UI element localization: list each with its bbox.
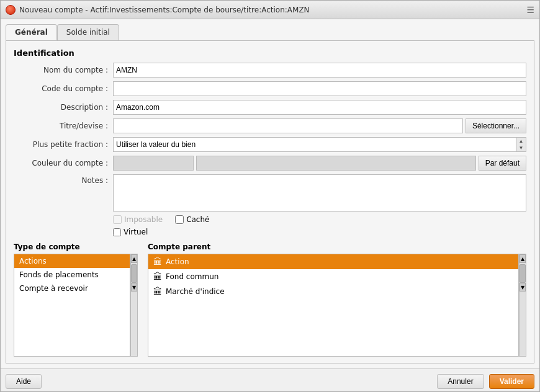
description-row: Description : bbox=[14, 100, 526, 115]
code-input[interactable] bbox=[113, 81, 526, 96]
bank-icon-marche: 🏛 bbox=[153, 287, 162, 296]
notes-row: Notes : bbox=[14, 174, 526, 212]
type-scrollbar-thumb[interactable] bbox=[131, 264, 137, 283]
virtuel-row: Virtuel bbox=[113, 228, 526, 236]
compte-parent-list-wrapper: 🏛 Action 🏛 Fond commun 🏛 Marché d'indice bbox=[148, 254, 526, 357]
parent-scrollbar-down[interactable]: ▼ bbox=[520, 283, 526, 292]
nom-label: Nom du compte : bbox=[14, 66, 113, 74]
cache-checkbox[interactable] bbox=[175, 215, 184, 224]
default-color-button[interactable]: Par défaut bbox=[479, 156, 526, 171]
type-item-actions[interactable]: Actions bbox=[14, 254, 130, 268]
parent-item-action-label: Action bbox=[166, 257, 189, 266]
cache-checkbox-item: Caché bbox=[175, 215, 209, 224]
tab-solde-initial[interactable]: Solde initial bbox=[57, 24, 119, 40]
select-titre-button[interactable]: Sélectionner... bbox=[466, 118, 526, 133]
type-compte-label: Type de compte bbox=[14, 243, 138, 251]
color-input-group: Par défaut bbox=[113, 156, 526, 171]
notes-label: Notes : bbox=[14, 174, 113, 185]
main-window: Nouveau compte - Actif:Investissements:C… bbox=[0, 0, 540, 392]
valider-button[interactable]: Valider bbox=[489, 374, 534, 389]
tabs-bar: Général Solde initial bbox=[6, 24, 534, 40]
code-label: Code du compte : bbox=[14, 84, 113, 93]
tab-general[interactable]: Général bbox=[6, 24, 57, 40]
color-box-2[interactable] bbox=[196, 156, 476, 171]
parent-scrollbar-thumb[interactable] bbox=[520, 264, 526, 283]
notes-textarea[interactable] bbox=[113, 174, 526, 212]
window-title: Nouveau compte - Actif:Investissements:C… bbox=[19, 6, 310, 14]
compte-parent-container: Compte parent 🏛 Action 🏛 Fond commun bbox=[148, 243, 526, 357]
nom-row: Nom du compte : bbox=[14, 63, 526, 78]
fraction-label: Plus petite fraction : bbox=[14, 140, 113, 149]
virtuel-checkbox[interactable] bbox=[113, 228, 121, 236]
type-compte-container: Type de compte Actions Fonds de placemen… bbox=[14, 243, 138, 357]
type-scrollbar-down[interactable]: ▼ bbox=[131, 283, 137, 292]
imposable-label: Imposable bbox=[124, 215, 163, 224]
couleur-label: Couleur du compte : bbox=[14, 159, 113, 167]
parent-item-action[interactable]: 🏛 Action bbox=[148, 254, 518, 269]
checkboxes-row: Imposable Caché bbox=[113, 215, 526, 224]
compte-parent-label: Compte parent bbox=[148, 243, 526, 251]
spin-down-button[interactable]: ▼ bbox=[516, 145, 526, 151]
imposable-checkbox-item: Imposable bbox=[113, 215, 163, 224]
titlebar-left: Nouveau compte - Actif:Investissements:C… bbox=[6, 5, 310, 15]
code-row: Code du compte : bbox=[14, 81, 526, 96]
type-scrollbar-up[interactable]: ▲ bbox=[131, 254, 137, 263]
bank-icon-action: 🏛 bbox=[153, 257, 162, 267]
parent-item-marche[interactable]: 🏛 Marché d'indice bbox=[148, 284, 518, 299]
parent-scrollbar-up[interactable]: ▲ bbox=[520, 254, 526, 263]
bottom-lists: Type de compte Actions Fonds de placemen… bbox=[14, 243, 526, 357]
footer-right: Annuler Valider bbox=[437, 374, 534, 389]
cache-label: Caché bbox=[186, 215, 209, 224]
annuler-button[interactable]: Annuler bbox=[437, 374, 484, 389]
fraction-select[interactable]: Utiliser la valeur du bien bbox=[113, 137, 526, 152]
tab-general-content: Identification Nom du compte : Code du c… bbox=[6, 40, 534, 363]
fraction-row: Plus petite fraction : Utiliser la valeu… bbox=[14, 137, 526, 152]
menu-icon[interactable]: ☰ bbox=[526, 5, 534, 15]
titre-row: Titre/devise : Sélectionner... bbox=[14, 118, 526, 133]
type-compte-scrollbar[interactable]: ▲ ▼ bbox=[130, 254, 138, 357]
imposable-checkbox[interactable] bbox=[113, 215, 122, 224]
couleur-row: Couleur du compte : Par défaut bbox=[14, 156, 526, 171]
description-input[interactable] bbox=[113, 100, 526, 115]
titre-input-group: Sélectionner... bbox=[113, 118, 526, 133]
virtuel-label: Virtuel bbox=[124, 228, 148, 236]
type-item-compte-recevoir[interactable]: Compte à recevoir bbox=[14, 282, 130, 295]
nom-input[interactable] bbox=[113, 63, 526, 78]
color-box-1[interactable] bbox=[113, 156, 194, 171]
parent-scrollbar[interactable]: ▲ ▼ bbox=[519, 254, 526, 357]
content-area: Général Solde initial Identification Nom… bbox=[1, 19, 539, 368]
close-button[interactable] bbox=[6, 5, 16, 15]
footer: Aide Annuler Valider bbox=[1, 368, 539, 391]
parent-item-fond[interactable]: 🏛 Fond commun bbox=[148, 269, 518, 284]
type-item-fonds[interactable]: Fonds de placements bbox=[14, 268, 130, 282]
spin-up-button[interactable]: ▲ bbox=[516, 138, 526, 145]
type-compte-list-wrapper: Actions Fonds de placements Compte à rec… bbox=[14, 254, 138, 357]
aide-button[interactable]: Aide bbox=[6, 374, 42, 389]
titre-input[interactable] bbox=[113, 118, 463, 133]
parent-item-marche-label: Marché d'indice bbox=[166, 287, 225, 296]
spin-arrows: ▲ ▼ bbox=[516, 138, 526, 151]
type-compte-list[interactable]: Actions Fonds de placements Compte à rec… bbox=[14, 254, 130, 357]
compte-parent-list[interactable]: 🏛 Action 🏛 Fond commun 🏛 Marché d'indice bbox=[148, 254, 519, 357]
titlebar: Nouveau compte - Actif:Investissements:C… bbox=[1, 1, 539, 19]
fraction-spinbox: Utiliser la valeur du bien ▲ ▼ bbox=[113, 137, 526, 152]
bank-icon-fond: 🏛 bbox=[153, 272, 162, 282]
titre-label: Titre/devise : bbox=[14, 122, 113, 130]
section-identification: Identification bbox=[14, 48, 526, 58]
description-label: Description : bbox=[14, 103, 113, 112]
parent-item-fond-label: Fond commun bbox=[166, 272, 218, 281]
